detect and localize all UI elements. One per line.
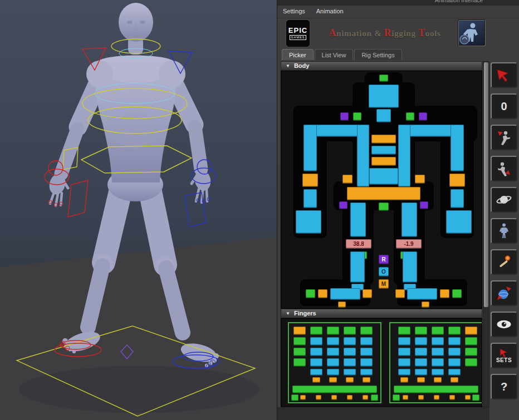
tab-rig-settings[interactable]: Rig Settings: [354, 49, 402, 60]
picker-orange-block[interactable]: [440, 289, 449, 298]
tab-list-view[interactable]: List View: [315, 49, 354, 60]
picker-elbow-block[interactable]: [302, 174, 318, 187]
picker-cyan-block[interactable]: [432, 337, 444, 345]
picker-shin-block[interactable]: [350, 251, 365, 283]
picker-cyan-block[interactable]: [398, 337, 410, 345]
fingers-picker-area[interactable]: [281, 318, 482, 407]
picker-pelvis-block[interactable]: [347, 187, 420, 200]
picker-thigh-block[interactable]: [402, 202, 417, 237]
rom-o-button[interactable]: O: [379, 267, 389, 276]
picker-cyan-block[interactable]: [344, 337, 356, 345]
picker-cyan-block[interactable]: [344, 348, 356, 356]
picker-orange-block[interactable]: [403, 395, 408, 400]
run-forward-button[interactable]: [491, 156, 517, 181]
picker-orange-block[interactable]: [449, 395, 455, 400]
picker-green-block[interactable]: [393, 394, 400, 401]
picker-toe-block[interactable]: [338, 302, 346, 308]
picker-orange-block[interactable]: [363, 395, 368, 400]
picker-green-block[interactable]: [452, 289, 462, 298]
picker-shin-block[interactable]: [403, 251, 417, 283]
picker-cyan-block[interactable]: [448, 337, 461, 345]
picker-green-block[interactable]: [293, 348, 306, 356]
picker-cyan-block[interactable]: [415, 358, 427, 367]
picker-orange-block[interactable]: [465, 395, 471, 400]
select-sets-button[interactable]: SETS: [491, 343, 517, 368]
picker-thigh-block[interactable]: [350, 202, 366, 237]
picker-green-block[interactable]: [472, 394, 479, 401]
picker-green-block[interactable]: [465, 337, 477, 345]
picker-green-block[interactable]: [360, 327, 373, 335]
picker-elbow-block[interactable]: [449, 174, 465, 187]
picker-purple-block[interactable]: [340, 112, 349, 121]
space-switcher-button[interactable]: [491, 187, 517, 213]
picker-foot-block[interactable]: [330, 288, 360, 300]
picker-cyan-block[interactable]: [327, 337, 339, 345]
picker-orange-block[interactable]: [346, 377, 354, 383]
picker-green-block[interactable]: [353, 112, 361, 121]
picker-green-block[interactable]: [448, 327, 461, 335]
picker-cyan-block[interactable]: [310, 348, 322, 356]
picker-cyan-block[interactable]: [310, 358, 322, 367]
picker-orange-block[interactable]: [331, 395, 337, 400]
zero-pose-button[interactable]: 0: [491, 93, 517, 119]
picker-orange-block[interactable]: [347, 395, 352, 400]
picker-green-block[interactable]: [291, 394, 298, 401]
picker-green-block[interactable]: [465, 348, 477, 356]
section-header-body[interactable]: ▼Body: [281, 61, 482, 71]
rom-m-button[interactable]: M: [379, 279, 389, 289]
picker-orange-block[interactable]: [316, 395, 321, 400]
picker-cyan-block[interactable]: [448, 369, 461, 375]
menu-animation[interactable]: Animation: [311, 6, 349, 17]
picker-cyan-block[interactable]: [432, 369, 444, 375]
picker-cyan-block[interactable]: [360, 337, 373, 345]
picker-neck-block[interactable]: [376, 109, 391, 122]
menu-settings[interactable]: Settings: [277, 6, 311, 17]
help-button[interactable]: ?: [491, 374, 517, 399]
picker-head-top-block[interactable]: [379, 75, 388, 82]
picker-orange-block[interactable]: [434, 377, 442, 383]
picker-orange-block[interactable]: [363, 289, 372, 298]
picker-cyan-block[interactable]: [327, 358, 339, 367]
picker-green-block[interactable]: [293, 358, 306, 367]
picker-torso-side-block[interactable]: [357, 125, 369, 187]
right-hand-finger-panel[interactable]: [389, 322, 482, 403]
picker-green-block[interactable]: [398, 327, 410, 335]
picker-green-block[interactable]: [379, 202, 389, 211]
picker-forearm-block[interactable]: [303, 189, 317, 208]
rom-r-button[interactable]: R: [379, 255, 389, 264]
picker-orange-block[interactable]: [312, 377, 320, 383]
body-picker-area[interactable]: 38.8-1.9ROM: [281, 71, 482, 309]
picker-green-block[interactable]: [344, 327, 356, 335]
right-thigh-twist-value[interactable]: -1.9: [396, 239, 422, 249]
picker-spine-block[interactable]: [371, 157, 396, 166]
picker-green-block[interactable]: [310, 327, 322, 335]
picker-green-block[interactable]: [327, 327, 339, 335]
picker-green-block[interactable]: [306, 289, 315, 298]
picker-cyan-block[interactable]: [448, 348, 461, 356]
picker-purple-block[interactable]: [419, 112, 427, 121]
left-hand-finger-panel[interactable]: [288, 322, 381, 403]
picker-green-block[interactable]: [432, 327, 444, 335]
picker-foot-block[interactable]: [407, 288, 437, 300]
picker-toe-block[interactable]: [422, 302, 429, 308]
import-motion-button[interactable]: [491, 280, 517, 306]
picker-orange-block[interactable]: [418, 395, 424, 400]
tab-picker[interactable]: Picker: [282, 49, 314, 60]
picker-scrollbar[interactable]: [483, 61, 489, 407]
scrollbar-thumb[interactable]: [484, 62, 488, 307]
section-header-fingers[interactable]: ▼Fingers: [281, 309, 482, 318]
finger-hand-bar[interactable]: [394, 386, 478, 393]
picker-green-block[interactable]: [293, 337, 306, 345]
finger-hand-bar[interactable]: [292, 386, 377, 393]
picker-hand-block[interactable]: [296, 210, 321, 234]
picker-clavicle-block[interactable]: [408, 125, 452, 137]
picker-spine-block[interactable]: [371, 146, 396, 155]
picker-cyan-block[interactable]: [310, 369, 322, 375]
visibility-button[interactable]: [491, 312, 517, 337]
picker-upperarm-block[interactable]: [303, 125, 317, 171]
run-back-button[interactable]: [491, 125, 517, 150]
picker-orange-block[interactable]: [417, 377, 425, 383]
picker-orange-block[interactable]: [451, 377, 458, 383]
picker-cyan-block[interactable]: [310, 337, 322, 345]
picker-orange-block[interactable]: [342, 175, 352, 184]
